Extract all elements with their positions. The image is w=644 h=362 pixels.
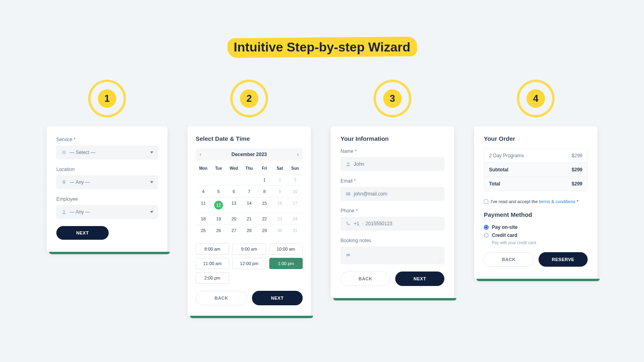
list-icon: [62, 150, 66, 155]
notes-textarea[interactable]: ⋰: [341, 247, 444, 264]
card-service: Service * — Select — Location — Any — Em…: [47, 126, 167, 252]
radio-icon[interactable]: [484, 225, 489, 230]
calendar-day[interactable]: 14: [242, 197, 257, 213]
calendar-day[interactable]: 24: [287, 213, 303, 224]
calendar-day[interactable]: 15: [257, 197, 272, 213]
subtotal-label: Subtotal: [489, 167, 508, 173]
phone-input[interactable]: +1·2015550123: [341, 217, 444, 230]
pin-icon: [62, 180, 66, 185]
step-badge-1: 1: [89, 80, 125, 117]
calendar-day: [242, 174, 257, 185]
calendar-day[interactable]: 3: [287, 174, 303, 185]
total-price: $299: [572, 181, 582, 187]
calendar-day[interactable]: 2: [272, 174, 287, 185]
svg-point-3: [63, 210, 65, 212]
calendar-day[interactable]: 23: [272, 213, 287, 224]
calendar-dow: Sun: [287, 163, 303, 174]
calendar-day: [226, 174, 242, 185]
calendar-day[interactable]: 29: [257, 224, 272, 236]
calendar-day[interactable]: 7: [242, 185, 257, 197]
time-slot[interactable]: 10:00 am: [269, 243, 303, 255]
calendar-day[interactable]: 9: [272, 185, 287, 197]
terms-checkbox-row[interactable]: I've read and accept the terms & conditi…: [484, 199, 588, 204]
payment-heading: Payment Method: [484, 211, 588, 218]
card-datetime: Select Date & Time ‹ December 2023 › Mon…: [188, 126, 311, 316]
checkbox-icon[interactable]: [484, 200, 488, 204]
user-icon: [346, 162, 351, 167]
chevron-down-icon: [150, 181, 153, 183]
calendar-day[interactable]: 22: [257, 213, 272, 224]
calendar-day[interactable]: 26: [211, 224, 226, 236]
calendar-day[interactable]: 4: [196, 185, 211, 197]
calendar-day[interactable]: 10: [287, 185, 303, 197]
next-button[interactable]: NEXT: [395, 272, 444, 286]
time-slot[interactable]: 2:00 pm: [196, 272, 229, 284]
service-select[interactable]: — Select —: [56, 146, 158, 159]
calendar-day[interactable]: 11: [196, 197, 211, 213]
svg-rect-5: [346, 192, 351, 195]
time-slot[interactable]: 12:00 pm: [232, 258, 266, 269]
location-label: Location: [56, 167, 158, 172]
time-slot[interactable]: 1:00 pm: [269, 258, 303, 269]
chevron-down-icon: [150, 152, 153, 154]
order-item-price: $299: [572, 153, 582, 158]
page-title: Intuitive Step-by-step Wizard: [229, 38, 415, 56]
terms-link[interactable]: terms & conditions: [539, 199, 575, 204]
step-badge-4: 4: [518, 80, 554, 117]
order-heading: Your Order: [484, 135, 588, 142]
credit-card-hint: Pay with your credit card.: [492, 241, 588, 245]
calendar-day[interactable]: 31: [287, 224, 303, 236]
calendar-day: [211, 174, 226, 185]
employee-label: Employee: [56, 196, 158, 202]
back-button[interactable]: BACK: [341, 272, 390, 286]
time-slot[interactable]: 9:00 am: [232, 243, 266, 255]
back-button[interactable]: BACK: [196, 291, 247, 305]
calendar-dow: Thu: [242, 163, 257, 174]
user-icon: [62, 210, 66, 214]
reserve-button[interactable]: RESERVE: [539, 252, 588, 267]
radio-credit-card[interactable]: Credit card: [484, 232, 588, 238]
radio-pay-onsite[interactable]: Pay on-site: [484, 224, 588, 230]
calendar-day[interactable]: 18: [196, 213, 211, 224]
time-slot[interactable]: 11:00 am: [196, 258, 229, 269]
calendar-day[interactable]: 13: [226, 197, 242, 213]
time-slot[interactable]: 8:00 am: [196, 243, 229, 255]
calendar-day[interactable]: 21: [242, 213, 257, 224]
total-label: Total: [489, 181, 500, 187]
calendar-day[interactable]: 6: [226, 185, 242, 197]
calendar-day: [196, 174, 211, 185]
card-info: Your Information Name * John Email * joh…: [331, 126, 454, 298]
calendar-dow: Tue: [211, 163, 226, 174]
calendar-day[interactable]: 25: [196, 224, 211, 236]
name-input[interactable]: John: [341, 157, 444, 171]
next-month-button[interactable]: ›: [297, 152, 299, 157]
step-badge-2: 2: [231, 80, 267, 117]
calendar-day[interactable]: 28: [242, 224, 257, 236]
employee-select[interactable]: — Any —: [56, 205, 158, 219]
location-select[interactable]: — Any —: [56, 175, 158, 189]
calendar-dow: Wed: [226, 163, 242, 174]
calendar-day[interactable]: 5: [211, 185, 226, 197]
calendar-day[interactable]: 12: [211, 197, 226, 213]
calendar-day[interactable]: 27: [226, 224, 242, 236]
email-input[interactable]: john@mail.com: [341, 187, 444, 201]
calendar-day[interactable]: 19: [211, 213, 226, 224]
next-button[interactable]: NEXT: [252, 291, 303, 305]
calendar-day[interactable]: 8: [257, 185, 272, 197]
card-order: Your Order 2 Day Programs $299 Subtotal …: [474, 126, 597, 279]
phone-icon: [346, 221, 351, 226]
calendar-day[interactable]: 1: [257, 174, 272, 185]
radio-icon[interactable]: [484, 233, 489, 238]
order-item-name: 2 Day Programs: [489, 153, 524, 158]
calendar-day[interactable]: 16: [272, 197, 287, 213]
info-heading: Your Information: [341, 135, 444, 142]
prev-month-button[interactable]: ‹: [200, 152, 201, 157]
svg-rect-2: [62, 153, 66, 154]
back-button[interactable]: BACK: [484, 252, 534, 267]
phone-label: Phone *: [341, 208, 444, 214]
calendar-day[interactable]: 17: [287, 197, 303, 213]
calendar-day[interactable]: 30: [272, 224, 287, 236]
svg-rect-1: [62, 152, 66, 153]
calendar-day[interactable]: 20: [226, 213, 242, 224]
next-button[interactable]: NEXT: [56, 226, 109, 240]
